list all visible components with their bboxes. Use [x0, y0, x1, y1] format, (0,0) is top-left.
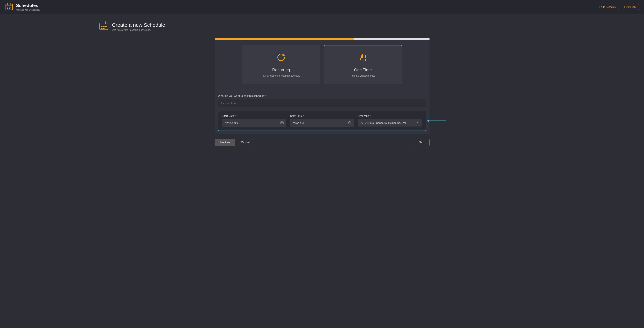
svg-rect-14: [103, 26, 104, 27]
arrow-head: [427, 120, 429, 122]
start-time-field: Start Time * 05:00 PM: [290, 114, 354, 127]
svg-rect-7: [7, 8, 8, 9]
svg-rect-4: [7, 7, 8, 7]
one-time-type-card[interactable]: One Time Run this schedule once: [324, 45, 402, 84]
previous-button[interactable]: Previous: [215, 139, 235, 146]
wizard-title-block: Create a new Schedule Use this wizard to…: [112, 22, 165, 31]
header-left: Schedules Manage Job Schedules.: [5, 2, 40, 11]
add-schedule-button[interactable]: + Add Schedule: [596, 4, 619, 10]
timezone-field: Timezone * (UTC+10:00) Canberra, Melbour…: [358, 114, 422, 127]
wizard-title: Create a new Schedule: [112, 22, 165, 28]
wizard-container: Recurring Run this job on a recurring sc…: [215, 38, 430, 134]
clock-input-icon: [348, 121, 351, 125]
svg-rect-19: [281, 122, 284, 124]
required-star-time: *: [302, 114, 304, 117]
timezone-label: Timezone *: [358, 114, 422, 117]
cancel-button[interactable]: Cancel: [237, 139, 254, 146]
next-button[interactable]: Next: [414, 139, 430, 146]
schedule-name-input[interactable]: [218, 99, 426, 107]
bottom-actions: Previous Cancel Next: [215, 139, 430, 146]
schedules-icon: [5, 2, 13, 11]
wizard-calendar-icon: [99, 21, 108, 32]
svg-rect-5: [9, 7, 10, 7]
svg-rect-13: [101, 26, 102, 27]
header-title: Schedules: [16, 3, 40, 8]
svg-rect-17: [103, 28, 104, 29]
header-subtitle: Manage Job Schedules.: [16, 8, 40, 11]
svg-rect-16: [101, 28, 102, 29]
required-star-name: *: [266, 94, 268, 97]
required-star-tz: *: [370, 114, 371, 117]
required-star-date: *: [234, 114, 236, 117]
svg-rect-6: [10, 7, 12, 7]
one-time-title: One Time: [328, 68, 398, 72]
form-section: What do you want to call this schedule?*…: [215, 89, 430, 134]
svg-line-25: [350, 123, 350, 123]
datetime-section: Start Date * 17/11/2023: [218, 111, 426, 131]
calendar-input-icon: [280, 121, 284, 125]
start-date-input-wrap[interactable]: 17/11/2023: [222, 119, 286, 127]
arrow-line: [429, 121, 446, 121]
recurring-title: Recurring: [246, 68, 317, 72]
chevron-down-icon: [416, 121, 419, 124]
view-job-button[interactable]: ≡ View Job: [621, 4, 639, 10]
header-title-block: Schedules Manage Job Schedules.: [16, 3, 40, 11]
start-time-label: Start Time *: [290, 114, 354, 117]
one-time-icon: [328, 52, 398, 64]
type-selection: Recurring Run this job on a recurring sc…: [215, 40, 430, 89]
svg-point-18: [365, 60, 366, 61]
timezone-input-wrap[interactable]: (UTC+10:00) Canberra, Melbourne, Syc: [358, 119, 422, 127]
main-content: Create a new Schedule Use this wizard to…: [0, 14, 644, 153]
start-time-value: 05:00 PM: [293, 122, 348, 125]
left-actions: Previous Cancel: [215, 139, 254, 146]
timezone-value: (UTC+10:00) Canberra, Melbourne, Syc: [360, 121, 416, 124]
svg-rect-8: [9, 8, 10, 9]
start-time-input-wrap[interactable]: 05:00 PM: [290, 119, 354, 127]
recurring-icon: [246, 52, 317, 64]
start-date-field: Start Date * 17/11/2023: [222, 114, 286, 127]
schedule-name-label: What do you want to call this schedule?*: [218, 94, 426, 98]
header-right: + Add Schedule ≡ View Job: [596, 4, 639, 10]
start-date-value: 17/11/2023: [225, 122, 280, 125]
wizard-header: Create a new Schedule Use this wizard to…: [99, 21, 165, 32]
start-date-label: Start Date *: [222, 114, 286, 117]
svg-rect-15: [105, 26, 106, 27]
recurring-description: Run this job on a recurring schedule: [246, 74, 317, 77]
recurring-type-card[interactable]: Recurring Run this job on a recurring sc…: [242, 45, 320, 84]
one-time-description: Run this schedule once: [328, 74, 398, 77]
arrow-indicator: [427, 120, 446, 122]
progress-bar: [215, 38, 430, 40]
app-header: Schedules Manage Job Schedules. + Add Sc…: [0, 0, 644, 14]
wizard-subtitle: Use this wizard to set up a schedule.: [112, 29, 165, 31]
progress-bar-fill: [215, 38, 354, 40]
